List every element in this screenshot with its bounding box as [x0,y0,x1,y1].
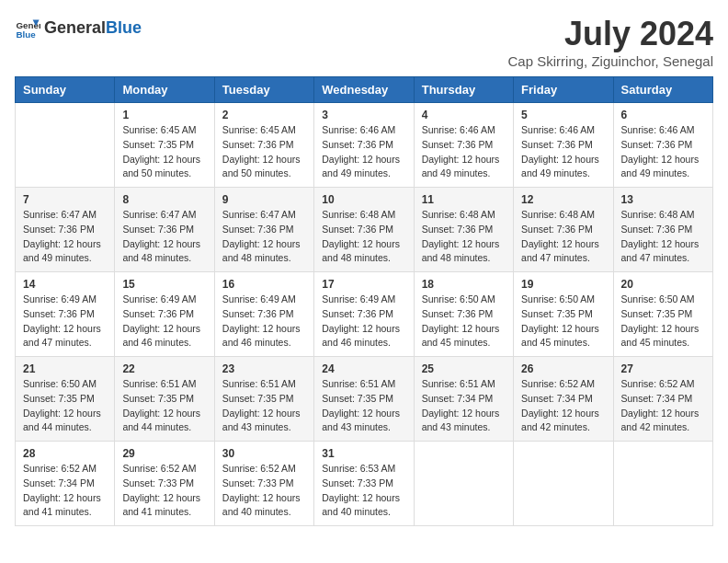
day-info: Sunrise: 6:47 AMSunset: 7:36 PMDaylight:… [122,208,206,266]
day-number: 5 [521,109,605,121]
main-title: July 2024 [508,15,713,53]
day-number: 23 [222,362,306,375]
weekday-header-thursday: Thursday [414,77,513,103]
day-number: 27 [621,362,705,375]
calendar-cell: 19Sunrise: 6:50 AMSunset: 7:35 PMDayligh… [514,272,613,357]
calendar-cell: 6Sunrise: 6:46 AMSunset: 7:36 PMDaylight… [613,103,712,188]
day-info: Sunrise: 6:47 AMSunset: 7:36 PMDaylight:… [23,208,107,266]
logo: General Blue GeneralBlue [15,15,142,40]
calendar-cell: 9Sunrise: 6:47 AMSunset: 7:36 PMDaylight… [214,188,313,272]
day-number: 14 [23,278,107,291]
calendar-cell: 18Sunrise: 6:50 AMSunset: 7:36 PMDayligh… [414,272,513,357]
day-number: 3 [322,109,405,121]
week-row-3: 14Sunrise: 6:49 AMSunset: 7:36 PMDayligh… [16,272,713,357]
day-number: 22 [122,362,206,375]
title-section: July 2024 Cap Skirring, Ziguinchor, Sene… [508,15,713,69]
day-info: Sunrise: 6:45 AMSunset: 7:35 PMDaylight:… [122,123,206,181]
weekday-header-tuesday: Tuesday [214,77,313,103]
calendar-cell: 22Sunrise: 6:51 AMSunset: 7:35 PMDayligh… [115,357,214,442]
day-info: Sunrise: 6:46 AMSunset: 7:36 PMDaylight:… [521,123,605,181]
weekday-header-friday: Friday [514,77,613,103]
weekday-header-monday: Monday [115,77,214,103]
calendar-cell: 16Sunrise: 6:49 AMSunset: 7:36 PMDayligh… [214,272,313,357]
week-row-5: 28Sunrise: 6:52 AMSunset: 7:34 PMDayligh… [16,442,713,526]
logo-text-general: General [44,18,106,38]
day-info: Sunrise: 6:52 AMSunset: 7:33 PMDaylight:… [222,462,306,520]
calendar-cell: 1Sunrise: 6:45 AMSunset: 7:35 PMDaylight… [115,103,214,188]
day-number: 13 [621,193,705,206]
calendar-cell: 14Sunrise: 6:49 AMSunset: 7:36 PMDayligh… [16,272,115,357]
calendar-cell: 31Sunrise: 6:53 AMSunset: 7:33 PMDayligh… [314,442,414,526]
day-number: 30 [222,447,306,460]
day-info: Sunrise: 6:48 AMSunset: 7:36 PMDaylight:… [521,208,605,266]
day-number: 17 [322,278,405,291]
day-number: 10 [322,193,405,206]
weekday-header-row: SundayMondayTuesdayWednesdayThursdayFrid… [16,77,713,103]
calendar-cell: 11Sunrise: 6:48 AMSunset: 7:36 PMDayligh… [414,188,513,272]
calendar-cell: 4Sunrise: 6:46 AMSunset: 7:36 PMDaylight… [414,103,513,188]
calendar-cell: 24Sunrise: 6:51 AMSunset: 7:35 PMDayligh… [314,357,414,442]
day-number: 4 [422,109,506,121]
day-number: 2 [222,109,306,121]
day-info: Sunrise: 6:46 AMSunset: 7:36 PMDaylight:… [322,123,405,181]
day-number: 16 [222,278,306,291]
day-info: Sunrise: 6:52 AMSunset: 7:34 PMDaylight:… [23,462,107,520]
calendar-cell: 26Sunrise: 6:52 AMSunset: 7:34 PMDayligh… [514,357,613,442]
day-info: Sunrise: 6:48 AMSunset: 7:36 PMDaylight:… [621,208,705,266]
day-info: Sunrise: 6:50 AMSunset: 7:35 PMDaylight:… [23,377,107,435]
week-row-1: 1Sunrise: 6:45 AMSunset: 7:35 PMDaylight… [16,103,713,188]
day-number: 19 [521,278,605,291]
calendar-cell [613,442,712,526]
logo-text-blue: Blue [106,18,142,38]
day-number: 24 [322,362,405,375]
day-number: 15 [122,278,206,291]
day-info: Sunrise: 6:50 AMSunset: 7:36 PMDaylight:… [422,293,506,350]
day-info: Sunrise: 6:52 AMSunset: 7:34 PMDaylight:… [621,377,705,435]
day-number: 18 [422,278,506,291]
day-info: Sunrise: 6:49 AMSunset: 7:36 PMDaylight:… [222,293,306,350]
calendar-cell [414,442,513,526]
day-number: 21 [23,362,107,375]
day-info: Sunrise: 6:47 AMSunset: 7:36 PMDaylight:… [222,208,306,266]
day-number: 7 [23,193,107,206]
day-info: Sunrise: 6:52 AMSunset: 7:34 PMDaylight:… [521,377,605,435]
calendar-cell: 5Sunrise: 6:46 AMSunset: 7:36 PMDaylight… [514,103,613,188]
day-info: Sunrise: 6:51 AMSunset: 7:35 PMDaylight:… [222,377,306,435]
day-number: 25 [422,362,506,375]
week-row-4: 21Sunrise: 6:50 AMSunset: 7:35 PMDayligh… [16,357,713,442]
day-number: 6 [621,109,705,121]
day-number: 12 [521,193,605,206]
day-info: Sunrise: 6:49 AMSunset: 7:36 PMDaylight:… [122,293,206,350]
logo-icon: General Blue [15,15,40,40]
calendar-table: SundayMondayTuesdayWednesdayThursdayFrid… [15,76,713,526]
day-info: Sunrise: 6:50 AMSunset: 7:35 PMDaylight:… [521,293,605,350]
day-info: Sunrise: 6:46 AMSunset: 7:36 PMDaylight:… [422,123,506,181]
calendar-cell: 15Sunrise: 6:49 AMSunset: 7:36 PMDayligh… [115,272,214,357]
calendar-cell: 2Sunrise: 6:45 AMSunset: 7:36 PMDaylight… [214,103,313,188]
calendar-cell: 8Sunrise: 6:47 AMSunset: 7:36 PMDaylight… [115,188,214,272]
day-number: 9 [222,193,306,206]
calendar-cell: 30Sunrise: 6:52 AMSunset: 7:33 PMDayligh… [214,442,313,526]
calendar-cell: 29Sunrise: 6:52 AMSunset: 7:33 PMDayligh… [115,442,214,526]
calendar-cell: 25Sunrise: 6:51 AMSunset: 7:34 PMDayligh… [414,357,513,442]
day-number: 31 [322,447,405,460]
day-number: 29 [122,447,206,460]
day-number: 20 [621,278,705,291]
day-info: Sunrise: 6:51 AMSunset: 7:35 PMDaylight:… [122,377,206,435]
calendar-cell: 23Sunrise: 6:51 AMSunset: 7:35 PMDayligh… [214,357,313,442]
weekday-header-saturday: Saturday [613,77,712,103]
day-info: Sunrise: 6:49 AMSunset: 7:36 PMDaylight:… [23,293,107,350]
day-info: Sunrise: 6:45 AMSunset: 7:36 PMDaylight:… [222,123,306,181]
weekday-header-sunday: Sunday [16,77,115,103]
day-info: Sunrise: 6:48 AMSunset: 7:36 PMDaylight:… [322,208,405,266]
day-info: Sunrise: 6:51 AMSunset: 7:34 PMDaylight:… [422,377,506,435]
day-info: Sunrise: 6:50 AMSunset: 7:35 PMDaylight:… [621,293,705,350]
calendar-cell [16,103,115,188]
day-info: Sunrise: 6:46 AMSunset: 7:36 PMDaylight:… [621,123,705,181]
day-info: Sunrise: 6:48 AMSunset: 7:36 PMDaylight:… [422,208,506,266]
calendar-cell: 7Sunrise: 6:47 AMSunset: 7:36 PMDaylight… [16,188,115,272]
day-number: 26 [521,362,605,375]
day-number: 8 [122,193,206,206]
calendar-cell: 13Sunrise: 6:48 AMSunset: 7:36 PMDayligh… [613,188,712,272]
calendar-cell: 17Sunrise: 6:49 AMSunset: 7:36 PMDayligh… [314,272,414,357]
